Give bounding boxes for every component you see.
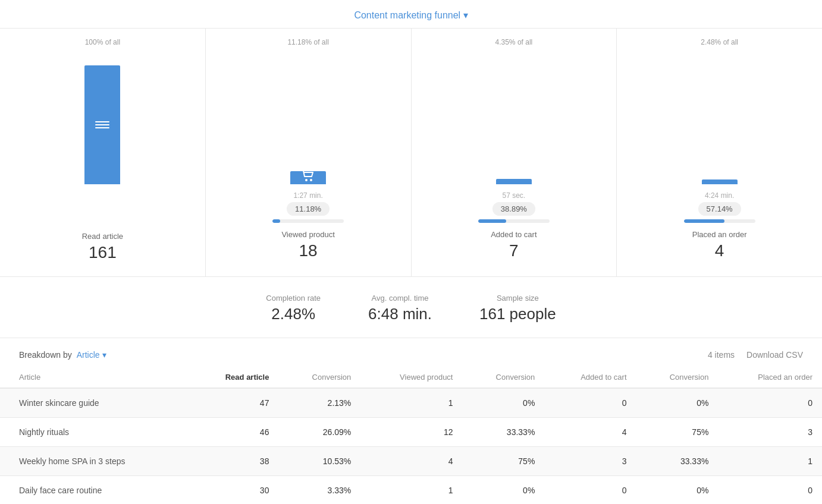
col-header-conversion1: Conversion — [278, 367, 360, 388]
conversion-badge-added-to-cart: 38.89% — [492, 202, 535, 216]
cell-placed_an_order-0: 0 — [718, 388, 822, 418]
bar-icon-read-article — [95, 65, 109, 184]
sample-size-stat: Sample size 161 people — [479, 294, 556, 323]
table-row: Weekly home SPA in 3 steps3810.53%475%33… — [0, 447, 822, 476]
cell-conversion3-0: 0% — [636, 388, 719, 418]
funnel-title-text: Content marketing funnel — [354, 10, 460, 20]
cell-read_article-3: 30 — [190, 476, 278, 505]
percent-above-added-to-cart: 4.35% of all — [495, 38, 533, 49]
cell-conversion1-0: 2.13% — [278, 388, 360, 418]
bar-icon-viewed-product — [301, 171, 315, 184]
cell-viewed_product-2: 4 — [360, 447, 462, 476]
table-row: Winter skincare guide472.13%10%00%0 — [0, 388, 822, 418]
cell-conversion3-2: 33.33% — [636, 447, 719, 476]
percent-above-read-article: 100% of all — [85, 38, 120, 49]
conversion-bar-viewed-product — [272, 219, 344, 223]
breakdown-selector[interactable]: Article ▾ — [77, 350, 106, 360]
breakdown-label: Breakdown by — [19, 350, 72, 360]
cell-viewed_product-0: 1 — [360, 388, 462, 418]
percent-above-placed-an-order: 2.48% of all — [701, 38, 738, 49]
cell-conversion3-3: 0% — [636, 476, 719, 505]
cell-added_to_cart-3: 0 — [544, 476, 636, 505]
cell-placed_an_order-1: 3 — [718, 418, 822, 447]
cell-viewed_product-3: 1 — [360, 476, 462, 505]
funnel-title-link[interactable]: Content marketing funnel ▾ — [354, 10, 468, 20]
cell-article-0: Winter skincare guide — [0, 388, 190, 418]
col-header-viewed_product: Viewed product — [360, 367, 462, 388]
conversion-bar-added-to-cart — [478, 219, 550, 223]
cell-viewed_product-1: 12 — [360, 418, 462, 447]
step-count-added-to-cart: 7 — [509, 241, 519, 260]
conversion-time-added-to-cart: 57 sec. — [503, 191, 526, 200]
cell-conversion2-3: 0% — [462, 476, 544, 505]
bar-container-viewed-product — [284, 53, 332, 184]
funnel-bar-read-article — [84, 65, 120, 184]
col-header-read_article: Read article — [190, 367, 278, 388]
conversion-time-viewed-product: 1:27 min. — [293, 191, 322, 200]
col-header-placed_an_order: Placed an order — [718, 367, 822, 388]
funnel-step-placed-an-order: 2.48% of all 4:24 min. 57.14% Placed an … — [617, 29, 822, 276]
cell-article-1: Nightly rituals — [0, 418, 190, 447]
cell-article-2: Weekly home SPA in 3 steps — [0, 447, 190, 476]
avg-time-stat: Avg. compl. time 6:48 min. — [368, 294, 432, 323]
breakdown-right: 4 items Download CSV — [708, 350, 803, 360]
conversion-bar-placed-an-order — [684, 219, 755, 223]
col-header-conversion2: Conversion — [462, 367, 544, 388]
step-name-placed-an-order: Placed an order — [692, 230, 747, 239]
bar-container-read-article — [79, 53, 126, 184]
funnel-bar-placed-an-order — [702, 179, 738, 184]
table-row: Daily face care routine303.33%10%00%0 — [0, 476, 822, 505]
step-name-read-article: Read article — [82, 232, 123, 241]
funnel-chart-area: 100% of all Read article 161 11.18% of a… — [0, 29, 822, 277]
funnel-title-dropdown-icon: ▾ — [463, 10, 468, 20]
cell-added_to_cart-0: 0 — [544, 388, 636, 418]
cell-added_to_cart-1: 4 — [544, 418, 636, 447]
step-count-viewed-product: 18 — [299, 241, 318, 260]
svg-point-0 — [305, 179, 308, 181]
download-csv-button[interactable]: Download CSV — [746, 350, 803, 360]
conversion-bar-fill-placed-an-order — [684, 219, 724, 223]
conversion-badge-placed-an-order: 57.14% — [698, 202, 741, 216]
funnel-bar-added-to-cart — [496, 179, 532, 184]
completion-rate-label: Completion rate — [266, 294, 321, 303]
step-count-read-article: 161 — [89, 243, 117, 262]
cell-conversion2-1: 33.33% — [462, 418, 544, 447]
data-table: ArticleRead articleConversionViewed prod… — [0, 367, 822, 504]
conversion-badge-area-viewed-product: 1:27 min. 11.18% — [272, 191, 344, 223]
cell-added_to_cart-2: 3 — [544, 447, 636, 476]
conversion-bar-fill-added-to-cart — [478, 219, 506, 223]
col-header-article: Article — [0, 367, 190, 388]
cell-conversion1-3: 3.33% — [278, 476, 360, 505]
step-name-viewed-product: Viewed product — [281, 230, 334, 239]
breakdown-header: Breakdown by Article ▾ 4 items Download … — [0, 338, 822, 367]
step-count-placed-an-order: 4 — [715, 241, 724, 260]
conversion-time-placed-an-order: 4:24 min. — [705, 191, 734, 200]
step-name-added-to-cart: Added to cart — [491, 230, 537, 239]
percent-above-viewed-product: 11.18% of all — [287, 38, 328, 49]
completion-rate-stat: Completion rate 2.48% — [266, 294, 321, 323]
col-header-added_to_cart: Added to cart — [544, 367, 636, 388]
cell-conversion3-1: 75% — [636, 418, 719, 447]
conversion-badge-area-added-to-cart: 57 sec. 38.89% — [478, 191, 550, 223]
avg-time-label: Avg. compl. time — [368, 294, 432, 303]
cell-article-3: Daily face care routine — [0, 476, 190, 505]
stats-row: Completion rate 2.48% Avg. compl. time 6… — [0, 277, 822, 338]
cell-conversion2-2: 75% — [462, 447, 544, 476]
cell-conversion1-1: 26.09% — [278, 418, 360, 447]
cell-conversion2-0: 0% — [462, 388, 544, 418]
bar-container-added-to-cart — [490, 53, 538, 184]
funnel-step-added-to-cart: 4.35% of all 57 sec. 38.89% Added to car… — [412, 29, 617, 276]
sample-size-value: 161 people — [479, 305, 556, 323]
funnel-bar-viewed-product — [290, 171, 326, 184]
breakdown-dropdown-icon: ▾ — [102, 350, 106, 360]
completion-rate-value: 2.48% — [266, 305, 321, 323]
cell-read_article-0: 47 — [190, 388, 278, 418]
items-count: 4 items — [708, 350, 735, 360]
cell-placed_an_order-2: 1 — [718, 447, 822, 476]
cell-read_article-2: 38 — [190, 447, 278, 476]
conversion-badge-viewed-product: 11.18% — [287, 202, 330, 216]
funnel-title-bar: Content marketing funnel ▾ — [0, 0, 822, 29]
table-row: Nightly rituals4626.09%1233.33%475%3 — [0, 418, 822, 447]
cell-read_article-1: 46 — [190, 418, 278, 447]
sample-size-label: Sample size — [479, 294, 556, 303]
